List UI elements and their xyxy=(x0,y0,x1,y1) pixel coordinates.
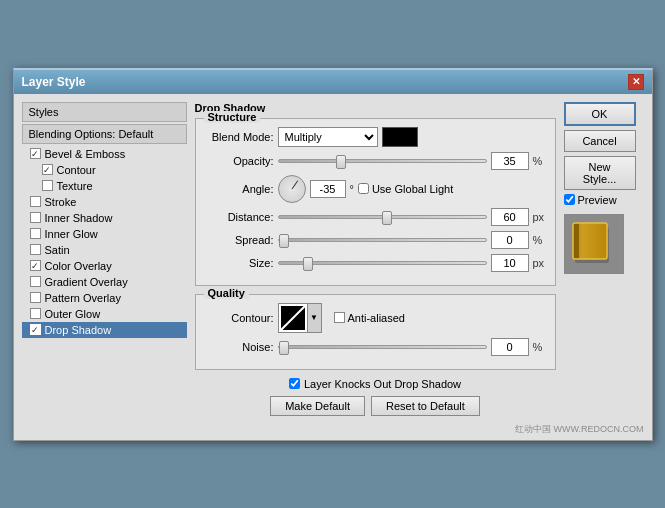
opacity-slider[interactable] xyxy=(278,159,487,163)
angle-dial[interactable] xyxy=(278,175,306,203)
reset-to-default-button[interactable]: Reset to Default xyxy=(371,396,480,416)
global-light-label: Use Global Light xyxy=(372,183,453,195)
angle-label: Angle: xyxy=(204,183,274,195)
checkbox-color-overlay[interactable] xyxy=(30,260,41,271)
layer-label-texture: Texture xyxy=(57,180,93,192)
checkbox-satin[interactable] xyxy=(30,244,41,255)
layer-label-satin: Satin xyxy=(45,244,70,256)
layer-item-drop-shadow[interactable]: Drop Shadow xyxy=(22,322,187,338)
distance-label: Distance: xyxy=(204,211,274,223)
opacity-thumb[interactable] xyxy=(336,155,346,169)
layer-label-inner-glow: Inner Glow xyxy=(45,228,98,240)
contour-svg xyxy=(281,306,305,330)
noise-unit: % xyxy=(533,341,547,353)
blend-mode-select[interactable]: Multiply Normal Screen xyxy=(278,127,378,147)
spread-input[interactable] xyxy=(491,231,529,249)
checkbox-inner-shadow[interactable] xyxy=(30,212,41,223)
layer-label-gradient-overlay: Gradient Overlay xyxy=(45,276,128,288)
size-input[interactable] xyxy=(491,254,529,272)
left-panel: Styles Blending Options: Default Bevel &… xyxy=(22,102,187,416)
degree-symbol: ° xyxy=(350,183,354,195)
dialog-title: Layer Style xyxy=(22,75,86,89)
layer-style-dialog: Layer Style ✕ Styles Blending Options: D… xyxy=(13,68,653,441)
checkbox-contour[interactable] xyxy=(42,164,53,175)
layer-item-pattern-overlay[interactable]: Pattern Overlay xyxy=(22,290,187,306)
size-row: Size: px xyxy=(204,254,547,272)
layer-item-inner-glow[interactable]: Inner Glow xyxy=(22,226,187,242)
layer-item-texture[interactable]: Texture xyxy=(22,178,187,194)
spread-slider[interactable] xyxy=(278,238,487,242)
layer-items-list: Bevel & EmbossContourTextureStrokeInner … xyxy=(22,146,187,338)
center-panel: Drop Shadow Structure Blend Mode: Multip… xyxy=(195,102,556,416)
checkbox-outer-glow[interactable] xyxy=(30,308,41,319)
distance-slider[interactable] xyxy=(278,215,487,219)
noise-slider[interactable] xyxy=(278,345,487,349)
distance-row: Distance: px xyxy=(204,208,547,226)
structure-label: Structure xyxy=(204,111,261,123)
size-slider[interactable] xyxy=(278,261,487,265)
blend-mode-label: Blend Mode: xyxy=(204,131,274,143)
noise-label: Noise: xyxy=(204,341,274,353)
opacity-input[interactable] xyxy=(491,152,529,170)
checkbox-pattern-overlay[interactable] xyxy=(30,292,41,303)
layer-item-satin[interactable]: Satin xyxy=(22,242,187,258)
close-button[interactable]: ✕ xyxy=(628,74,644,90)
structure-section: Structure Blend Mode: Multiply Normal Sc… xyxy=(195,118,556,286)
distance-input[interactable] xyxy=(491,208,529,226)
preview-thumbnail xyxy=(564,214,624,274)
opacity-label: Opacity: xyxy=(204,155,274,167)
preview-image xyxy=(569,219,619,269)
contour-preview[interactable] xyxy=(278,303,308,333)
watermark: 红动中国 WWW.REDOCN.COM xyxy=(515,423,644,436)
layer-item-contour[interactable]: Contour xyxy=(22,162,187,178)
bottom-buttons: Make Default Reset to Default xyxy=(195,396,556,416)
size-unit: px xyxy=(533,257,547,269)
layer-label-stroke: Stroke xyxy=(45,196,77,208)
noise-thumb[interactable] xyxy=(279,341,289,355)
checkbox-bevel[interactable] xyxy=(30,148,41,159)
layer-item-outer-glow[interactable]: Outer Glow xyxy=(22,306,187,322)
anti-aliased-label: Anti-aliased xyxy=(348,312,405,324)
preview-checkbox[interactable] xyxy=(564,194,575,205)
layer-item-gradient-overlay[interactable]: Gradient Overlay xyxy=(22,274,187,290)
anti-aliased-checkbox[interactable] xyxy=(334,312,345,323)
checkbox-gradient-overlay[interactable] xyxy=(30,276,41,287)
cancel-button[interactable]: Cancel xyxy=(564,130,636,152)
layer-item-bevel[interactable]: Bevel & Emboss xyxy=(22,146,187,162)
new-style-button[interactable]: New Style... xyxy=(564,156,636,190)
layer-label-pattern-overlay: Pattern Overlay xyxy=(45,292,121,304)
angle-input[interactable] xyxy=(310,180,346,198)
make-default-button[interactable]: Make Default xyxy=(270,396,365,416)
noise-input[interactable] xyxy=(491,338,529,356)
use-global-light-row: Use Global Light xyxy=(358,183,453,195)
spread-thumb[interactable] xyxy=(279,234,289,248)
dialog-footer: 红动中国 WWW.REDOCN.COM xyxy=(14,424,652,440)
ok-button[interactable]: OK xyxy=(564,102,636,126)
layer-label-inner-shadow: Inner Shadow xyxy=(45,212,113,224)
layer-label-outer-glow: Outer Glow xyxy=(45,308,101,320)
dialog-body: Styles Blending Options: Default Bevel &… xyxy=(14,94,652,424)
size-thumb[interactable] xyxy=(303,257,313,271)
checkbox-texture[interactable] xyxy=(42,180,53,191)
global-light-checkbox[interactable] xyxy=(358,183,369,194)
layer-knocks-checkbox[interactable] xyxy=(289,378,300,389)
checkbox-drop-shadow[interactable] xyxy=(30,324,41,335)
layer-knocks-label: Layer Knocks Out Drop Shadow xyxy=(304,378,461,390)
styles-header[interactable]: Styles xyxy=(22,102,187,122)
checkbox-stroke[interactable] xyxy=(30,196,41,207)
layer-label-bevel: Bevel & Emboss xyxy=(45,148,126,160)
shadow-color-swatch[interactable] xyxy=(382,127,418,147)
checkbox-inner-glow[interactable] xyxy=(30,228,41,239)
contour-label: Contour: xyxy=(204,312,274,324)
quality-label: Quality xyxy=(204,287,249,299)
blending-header[interactable]: Blending Options: Default xyxy=(22,124,187,144)
layer-item-inner-shadow[interactable]: Inner Shadow xyxy=(22,210,187,226)
layer-label-drop-shadow: Drop Shadow xyxy=(45,324,112,336)
preview-label: Preview xyxy=(578,194,617,206)
opacity-row: Opacity: % xyxy=(204,152,547,170)
distance-thumb[interactable] xyxy=(382,211,392,225)
layer-item-stroke[interactable]: Stroke xyxy=(22,194,187,210)
title-bar: Layer Style ✕ xyxy=(14,70,652,94)
contour-dropdown-button[interactable]: ▼ xyxy=(308,303,322,333)
layer-item-color-overlay[interactable]: Color Overlay xyxy=(22,258,187,274)
